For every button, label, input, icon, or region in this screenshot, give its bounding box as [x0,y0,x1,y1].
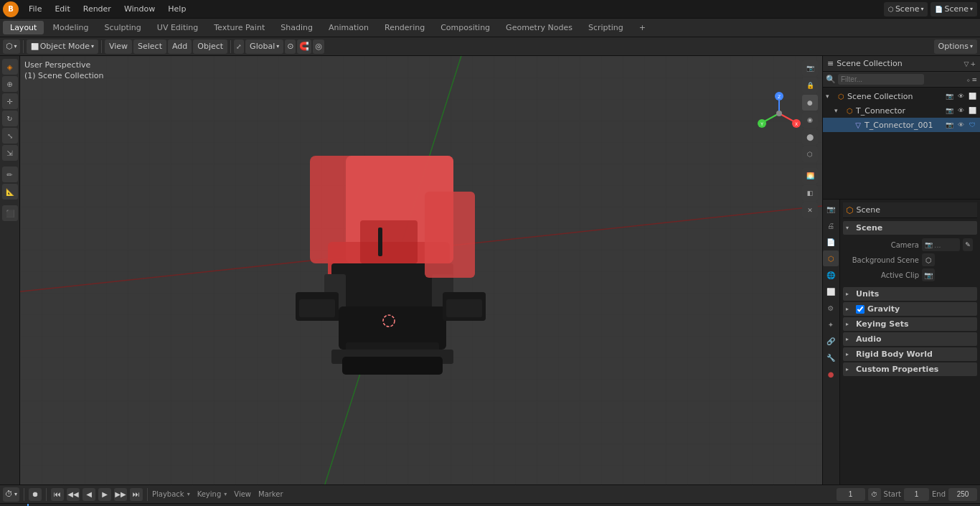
rotate-tool-btn[interactable]: ↻ [2,111,18,126]
gravity-checkbox[interactable] [856,305,864,314]
tab-animation[interactable]: Animation [321,21,376,34]
overlay-btn[interactable]: ◧ [802,185,818,201]
prop-tab-modifier[interactable]: 🔧 [823,350,839,365]
outliner-row-t-connector[interactable]: ▾ ⬡ T_Connector 📷 👁 ⬜ [823,103,980,118]
snap-btn[interactable]: 🧲 [297,39,311,54]
camera-value[interactable]: 📷 ... [922,238,960,251]
restrict-render-icon-2[interactable]: 📷 [944,106,954,116]
prop-tab-output[interactable]: 🖨 [823,217,839,233]
pivot-btn[interactable]: ⊙ [285,39,296,54]
editor-type-button[interactable]: ⬡ ▾ [3,39,20,54]
outliner-sort-icon[interactable]: ≡ [971,76,977,83]
scene-selector[interactable]: ⬡ Scene ▾ [884,2,928,17]
frame-step-btn[interactable]: ⏱ [868,488,881,501]
transform-global[interactable]: Global ▾ [245,39,283,54]
select-tool-btn[interactable]: ◈ [2,59,18,75]
menu-window[interactable]: Window [118,3,161,15]
prop-tab-world[interactable]: 🌐 [823,267,839,283]
measure-btn[interactable]: 📐 [2,184,18,200]
material-mode-btn[interactable]: ◉ [802,112,818,128]
active-clip-picker-btn[interactable]: 📷 [922,268,935,281]
outliner-row-scene-collection[interactable]: ▾ ⬡ Scene Collection 📷 👁 ⬜ [823,89,980,103]
select-menu[interactable]: Select [133,39,166,54]
menu-edit[interactable]: Edit [49,3,75,15]
units-section-header[interactable]: ▸ Units [843,287,977,301]
play-btn[interactable]: ▶ [98,488,111,501]
tab-add[interactable]: + [632,21,653,34]
tab-modeling[interactable]: Modeling [45,21,95,34]
audio-section-header[interactable]: ▸ Audio [843,332,977,346]
restrict-render-icon-3[interactable]: 📷 [944,120,954,130]
rigid-body-world-section-header[interactable]: ▸ Rigid Body World [843,347,977,361]
view-layer-selector[interactable]: 📄 Scene ▾ [930,2,977,17]
outliner-search-input[interactable] [838,74,924,85]
jump-start-btn[interactable]: ⏮ [51,488,64,501]
prop-tab-render[interactable]: 📷 [823,201,839,217]
step-back-btn[interactable]: ◀ [83,488,95,501]
frame-end-input[interactable] [948,488,977,501]
prop-tab-constraint[interactable]: 🔗 [823,333,839,349]
timeline-ruler[interactable]: 0 10 20 30 40 50 60 70 80 90 100 110 120… [0,503,980,506]
menu-file[interactable]: File [23,3,47,15]
custom-properties-section-header[interactable]: ▸ Custom Properties [843,362,977,376]
restrict-select-icon[interactable]: ⬜ [967,91,977,101]
gravity-section-header[interactable]: ▸ Gravity [843,302,977,316]
tab-scripting[interactable]: Scripting [581,21,631,34]
proportional-btn[interactable]: ◎ [313,39,324,54]
step-fwd-btn[interactable]: ▶▶ [114,488,127,501]
prop-tab-scene[interactable]: ⬡ [823,250,839,266]
restrict-select-icon-2[interactable]: ⬜ [967,106,977,116]
keying-sets-section-header[interactable]: ▸ Keying Sets [843,317,977,331]
add-cube-btn[interactable]: ⬛ [2,205,18,221]
tab-sculpting[interactable]: Sculpting [97,21,148,34]
menu-help[interactable]: Help [162,3,192,15]
outliner-new-btn[interactable]: + [970,60,976,67]
wireframe-mode-btn[interactable]: ⬡ [802,146,818,162]
prop-tab-object[interactable]: ⬜ [823,284,839,299]
viewport-gizmo[interactable]: Z X Y [758,92,801,135]
restrict-view-icon-3[interactable]: 👁 [956,120,966,130]
prop-tab-view-layer[interactable]: 📄 [823,234,839,250]
menu-render[interactable]: Render [77,3,117,15]
prop-tab-particles[interactable]: ✦ [823,317,839,332]
outliner-filter-icon[interactable]: ⬦ [966,76,970,83]
options-btn[interactable]: Options ▾ [934,39,977,54]
jump-end-btn[interactable]: ⏭ [130,488,143,501]
prev-keyframe-btn[interactable]: ◀◀ [67,488,80,501]
tab-rendering[interactable]: Rendering [377,21,432,34]
current-frame-input[interactable] [837,488,865,501]
outliner-row-t-connector-001[interactable]: ▽ T_Connector_001 📷 👁 🛡 [823,118,980,132]
scale-tool-btn[interactable]: ⤡ [2,128,18,144]
tab-texture-paint[interactable]: Texture Paint [207,21,272,34]
camera-view-btn[interactable]: 📷 [802,60,818,76]
annotate-btn[interactable]: ✏ [2,167,18,182]
view-menu[interactable]: View [105,39,132,54]
tab-shading[interactable]: Shading [273,21,320,34]
prop-tab-object-constraint[interactable]: ⚙ [823,300,839,316]
restrict-select-icon-3[interactable]: 🛡 [967,120,977,130]
solid-mode-btn[interactable]: ⬤ [802,129,818,145]
transform-tool-btn[interactable]: ⇲ [2,145,18,161]
cursor-tool-btn[interactable]: ⊕ [2,76,18,92]
move-tool-btn[interactable]: ✛ [2,93,18,109]
object-menu[interactable]: Object [193,39,227,54]
mode-selector[interactable]: ⬜ Object Mode ▾ [27,39,98,54]
tab-uv-editing[interactable]: UV Editing [150,21,205,34]
lock-camera-btn[interactable]: 🔒 [802,78,818,93]
tab-compositing[interactable]: Compositing [433,21,497,34]
restrict-view-icon-2[interactable]: 👁 [956,106,966,116]
restrict-view-icon[interactable]: 👁 [956,91,966,101]
xray-btn[interactable]: ✕ [802,202,818,218]
viewport-3d[interactable]: User Perspective (1) Scene Collection Z … [20,56,822,484]
viewport-shading-btn[interactable]: 🌅 [802,168,818,184]
tab-layout[interactable]: Layout [3,21,44,34]
restrict-render-icon[interactable]: 📷 [944,91,954,101]
render-mode-btn[interactable]: ● [802,95,818,111]
timeline-editor-btn[interactable]: ⏱ ▾ [3,487,19,502]
record-btn[interactable]: ⏺ [29,488,42,501]
add-menu[interactable]: Add [168,39,192,54]
tab-geometry-nodes[interactable]: Geometry Nodes [499,21,580,34]
camera-browse-btn[interactable]: ✎ [963,238,973,251]
outliner-filter-btn[interactable]: ▽ [964,60,969,67]
prop-tab-material[interactable]: ● [823,366,839,382]
